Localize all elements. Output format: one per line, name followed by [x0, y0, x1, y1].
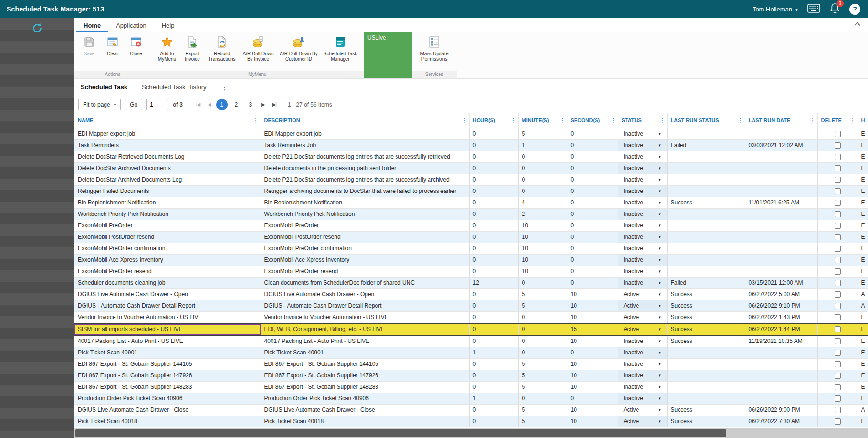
delete-checkbox[interactable] [835, 326, 841, 332]
table-row[interactable]: DGIUS Live Automate Cash Drawer - CloseD… [74, 404, 868, 416]
column-menu-icon[interactable]: ⋮ [253, 117, 259, 124]
delete-checkbox[interactable] [835, 234, 841, 240]
tab-home[interactable]: Home [76, 20, 108, 32]
status-dropdown[interactable]: Inactive▼ [622, 186, 664, 197]
pager-next-button[interactable]: ▶ [259, 100, 267, 109]
delete-checkbox[interactable] [835, 291, 841, 298]
delete-checkbox[interactable] [835, 257, 841, 263]
table-row[interactable]: Delete DocStar Archived DocumentsDelete … [74, 162, 868, 174]
ar-drill-down-by-customer-id-button[interactable]: A/R Drill Down By Customer ID [278, 34, 319, 62]
delete-checkbox[interactable] [835, 188, 841, 194]
status-dropdown[interactable]: Inactive▼ [622, 209, 664, 220]
notifications-button[interactable]: 1 [830, 3, 840, 16]
status-dropdown[interactable]: Inactive▼ [622, 243, 664, 254]
table-row[interactable]: EDI 867 Export - St. Gobain Supplier 144… [74, 358, 868, 370]
table-row[interactable]: Delete DocStar Archived Documents LogDel… [74, 174, 868, 185]
status-dropdown[interactable]: Inactive▼ [622, 336, 664, 347]
rebuild-transactions-button[interactable]: Rebuild Transactions [206, 34, 238, 62]
table-row[interactable]: EDI 867 Export - St. Gobain Supplier 147… [74, 370, 868, 381]
tab-help[interactable]: Help [155, 20, 182, 32]
pager-last-button[interactable]: ▶| [270, 100, 279, 109]
page-1-button[interactable]: 1 [216, 99, 228, 110]
delete-checkbox[interactable] [835, 177, 841, 183]
status-dropdown[interactable]: Inactive▼ [622, 347, 664, 358]
delete-checkbox[interactable] [835, 223, 841, 229]
table-row[interactable]: Workbench Priority Pick NotificationWork… [74, 208, 868, 220]
table-row[interactable]: ExxonMobil Ace Xpress InventoryExxonMobi… [74, 254, 868, 266]
status-dropdown[interactable]: Inactive▼ [622, 370, 664, 381]
delete-checkbox[interactable] [835, 395, 841, 402]
table-row[interactable]: EDI 867 Export - St. Gobain Supplier 148… [74, 381, 868, 393]
delete-checkbox[interactable] [835, 165, 841, 171]
delete-checkbox[interactable] [835, 407, 841, 413]
table-row[interactable]: ExxonMobil PostOrder resendExxonMobil Po… [74, 231, 868, 243]
column-header-h[interactable]: H⋮ [858, 113, 868, 128]
column-menu-icon[interactable]: ⋮ [610, 117, 617, 124]
uslive-tile[interactable]: USLive [364, 32, 412, 78]
delete-checkbox[interactable] [835, 268, 841, 275]
scheduled-task-manager-button[interactable]: Scheduled Task Manager [321, 34, 360, 62]
ar-drill-down-by-invoice-button[interactable]: A/R Drill Down By Invoice [240, 34, 277, 62]
table-row[interactable]: Vendor Invoice to Voucher Automation - U… [74, 311, 868, 323]
table-row[interactable]: Delete DocStar Retrieved Documents LogDe… [74, 151, 868, 162]
table-row[interactable]: ExxonMobil PreOrder resendExxonMobil Pre… [74, 266, 868, 277]
subtab-menu-icon[interactable]: ⋮ [221, 83, 228, 92]
table-row[interactable]: Retrigger Failed DocumentsRetrigger arch… [74, 185, 868, 197]
column-menu-icon[interactable]: ⋮ [737, 117, 743, 124]
go-button[interactable]: Go [125, 99, 142, 110]
status-dropdown[interactable]: Inactive▼ [622, 163, 664, 174]
delete-checkbox[interactable] [835, 373, 841, 379]
status-dropdown[interactable]: Active▼ [622, 289, 664, 300]
delete-checkbox[interactable] [835, 303, 841, 309]
add-to-mymenu-button[interactable]: Add to MyMenu [155, 34, 179, 62]
delete-checkbox[interactable] [835, 361, 841, 367]
page-number-input[interactable] [146, 99, 168, 110]
export-invoice-button[interactable]: Export Invoice [180, 34, 204, 62]
status-dropdown[interactable]: Inactive▼ [622, 266, 664, 277]
table-row[interactable]: 40017 Packing List - Auto Print - US LIV… [74, 335, 868, 347]
column-menu-icon[interactable]: ⋮ [511, 117, 517, 124]
pager-first-button[interactable]: |◀ [194, 100, 202, 109]
collapse-ribbon-icon[interactable] [854, 22, 860, 28]
table-row[interactable]: ExxonMobil PreOrderExxonMobil PreOrder01… [74, 220, 868, 231]
clear-button[interactable]: Clear [102, 34, 124, 56]
table-row[interactable]: DGIUS Live Automate Cash Drawer - OpenDG… [74, 288, 868, 300]
delete-checkbox[interactable] [835, 211, 841, 217]
status-dropdown[interactable]: Inactive▼ [622, 359, 664, 370]
table-row[interactable]: EDI Mapper export jobEDI Mapper export j… [74, 128, 868, 139]
table-row[interactable]: SISM for all imports scheduled - US LIVE… [74, 323, 868, 335]
status-dropdown[interactable]: Active▼ [622, 405, 664, 416]
status-dropdown[interactable]: Inactive▼ [622, 232, 664, 243]
delete-checkbox[interactable] [835, 280, 841, 286]
status-dropdown[interactable]: Inactive▼ [622, 174, 664, 185]
horizontal-scrollbar[interactable] [74, 428, 868, 438]
status-dropdown[interactable]: Active▼ [622, 324, 664, 335]
recent-windows-button[interactable] [0, 22, 74, 36]
table-row[interactable]: Bin Replenishment NotificationBin Replen… [74, 197, 868, 208]
status-dropdown[interactable]: Inactive▼ [622, 140, 664, 151]
status-dropdown[interactable]: Inactive▼ [622, 151, 664, 162]
status-dropdown[interactable]: Active▼ [622, 312, 664, 323]
column-header-hour-s[interactable]: HOUR(S)⋮ [469, 113, 518, 128]
close-button[interactable]: Close [125, 34, 147, 56]
status-dropdown[interactable]: Inactive▼ [622, 255, 664, 266]
user-menu[interactable]: Tom Holleman ▾ [753, 6, 798, 13]
table-row[interactable]: Production Order Pick Ticket Scan 40906P… [74, 393, 868, 404]
column-menu-icon[interactable]: ⋮ [850, 117, 856, 124]
page-2-button[interactable]: 2 [230, 99, 242, 110]
page-3-button[interactable]: 3 [245, 99, 256, 110]
delete-checkbox[interactable] [835, 418, 841, 425]
column-header-minute-s[interactable]: MINUTE(S)⋮ [518, 113, 567, 128]
horizontal-scrollbar-thumb[interactable] [75, 429, 726, 437]
save-button[interactable]: Save [78, 34, 100, 56]
column-menu-icon[interactable]: ⋮ [810, 117, 816, 124]
table-row[interactable]: Pick Ticket Scan 40901Pick Ticket Scan 4… [74, 347, 868, 358]
status-dropdown[interactable]: Inactive▼ [622, 393, 664, 404]
delete-checkbox[interactable] [835, 131, 841, 137]
table-row[interactable]: Task RemindersTask Reminders Job010Inact… [74, 139, 868, 151]
status-dropdown[interactable]: Active▼ [622, 416, 664, 427]
column-header-status[interactable]: STATUS⋮ [618, 113, 667, 128]
table-row[interactable]: Scheduler documents cleaning jobClean do… [74, 277, 868, 288]
tab-scheduled-task[interactable]: Scheduled Task [81, 84, 127, 91]
column-header-delete[interactable]: DELETE⋮ [817, 113, 858, 128]
